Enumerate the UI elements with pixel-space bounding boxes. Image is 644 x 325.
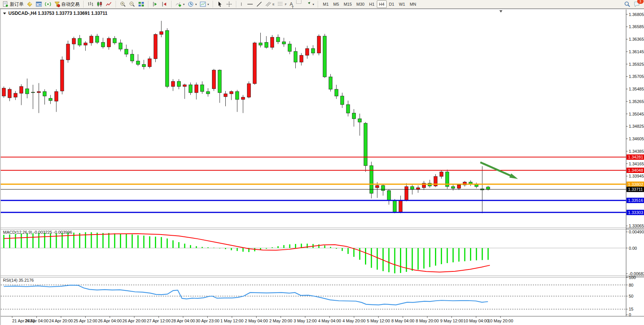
rsi-axis-label: 15 [629,307,633,311]
candle-body [387,190,391,200]
candle-body [282,42,285,44]
line-chart-button[interactable] [104,0,113,8]
equidistant-channel-button[interactable]: E [264,0,276,8]
price-tick-label: 1.34385 [629,149,644,154]
fibonacci-icon [277,1,284,7]
price-tick-label: 1.33065 [629,224,644,228]
candle-body [159,32,163,34]
horizontal-line-button[interactable] [245,0,255,8]
candle-body [148,59,151,67]
rsi-axis-label: 50 [629,294,633,298]
candle-body [440,172,443,176]
price-level-label-text: 1.33516 [628,198,643,203]
candle-body [107,38,110,47]
vertical-line-button[interactable] [239,0,245,8]
crosshair-button[interactable] [225,0,234,8]
time-axis-label: 24 Apr 04:00 [25,319,48,323]
price-tick-label: 1.36145 [629,49,644,54]
main-toolbar: 新订单自动交易 ▾▾▾ EFAT▾ M1M5M15M30H1H4D1W1MN 1 [0,0,644,9]
macd-axis-label: 0.00 [629,246,637,250]
signal-button[interactable] [43,0,53,8]
candle-body [457,185,461,188]
timeframe-button-h1[interactable]: H1 [367,0,377,8]
candle-body [136,61,140,64]
candle-body [411,187,414,189]
market-watch-button[interactable] [25,0,34,8]
timeframe-button-m30[interactable]: M30 [354,0,367,8]
candle-body [31,92,35,92]
candle-body [124,49,128,54]
fibonacci-button[interactable]: F [276,0,288,8]
auto-scroll-button[interactable] [160,0,169,8]
timeframe-button-w1[interactable]: W1 [397,0,408,8]
candle-body [405,187,408,200]
templates-button[interactable]: ▾ [198,0,210,8]
candle-body [323,36,327,77]
chevron-down-icon: ▾ [312,3,314,6]
crosshair-icon [226,1,232,7]
arrows-tool-button[interactable]: ▾ [303,0,316,8]
candle-body [416,188,420,189]
tile-windows-button[interactable] [137,0,146,8]
chart-shift-button[interactable] [151,0,160,8]
candle-body [352,113,355,119]
search-button[interactable] [623,0,632,8]
candle-body [166,30,169,86]
candle-body [19,86,23,93]
zoom-in-button[interactable] [118,0,128,8]
candle-body [364,123,367,166]
candle-body [288,44,292,51]
bar-chart-icon [88,1,94,7]
timeframe-button-m5[interactable]: M5 [331,0,341,8]
cursor-button[interactable] [215,0,225,8]
trendline-button[interactable] [255,0,264,8]
price-tick-label: 1.36365 [629,37,644,41]
text-label-button[interactable]: T [294,0,303,8]
pane-splitter[interactable] [1,276,626,277]
candle-body [119,43,122,49]
symbol-title: USDCAD-,H4 1.33753 1.33773 1.33691 1.337… [8,11,108,16]
price-level-label-text: 1.34048 [628,168,643,173]
price-tick-label: 1.36585 [629,24,644,29]
candle-body [43,92,46,96]
price-tick-label: 1.33945 [629,174,644,178]
auto-trading-button[interactable]: 自动交易 [53,0,81,8]
candle-body [183,85,187,86]
indicators-button[interactable]: ▾ [174,0,186,8]
timeframe-button-d1[interactable]: D1 [387,0,397,8]
time-axis-label: 3 May 12:00 [294,319,317,323]
indicators-icon [175,1,182,7]
navigator-icon [36,1,42,7]
time-axis-label: 1 May 12:00 [220,319,244,323]
candle-body [247,84,250,97]
tile-windows-icon [138,1,144,7]
price-chart: 1.368051.365851.363651.361451.359251.357… [0,9,644,325]
chart-title: USDCAD-,H4 1.33753 1.33773 1.33691 1.337… [3,11,108,16]
candle-body [49,98,52,101]
timeframe-button-mn[interactable]: MN [407,0,418,8]
auto-trading-button-label: 自动交易 [61,1,80,8]
timeframe-button-h4[interactable]: H4 [377,0,387,8]
candle-body [72,38,75,44]
new-order-button[interactable]: 新订单 [1,0,25,8]
pane-splitter[interactable] [1,228,626,229]
timeframe-button-m1[interactable]: M1 [320,0,331,8]
periods-button[interactable]: ▾ [186,0,198,8]
arrows-tool-icon [305,1,311,7]
navigator-button[interactable] [34,0,43,8]
zoom-out-button[interactable] [128,0,137,8]
candle-body [14,93,17,97]
notifications-button[interactable]: 1 [632,0,642,8]
templates-icon [200,1,206,7]
timeframe-button-m15[interactable]: M15 [341,0,354,8]
candlestick-chart-button[interactable] [95,0,104,8]
candle-body [61,60,64,91]
bar-chart-button[interactable] [86,0,95,8]
mt4-window: { "toolbar": { "new_order_label": "新订单",… [0,0,644,325]
time-axis-label: 27 Apr 12:00 [147,319,171,323]
trendline-icon [256,1,262,7]
candle-body [37,92,40,93]
candle-body [399,200,402,212]
new-order-icon [2,1,9,7]
time-axis-label: 26 Apr 04:00 [98,319,121,323]
